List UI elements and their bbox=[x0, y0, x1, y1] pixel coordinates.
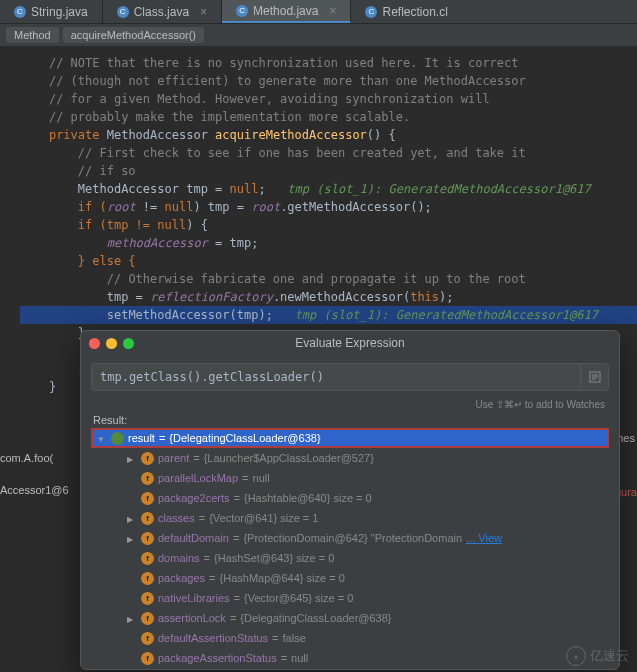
breadcrumb-class[interactable]: Method bbox=[6, 27, 59, 43]
field-name: package2certs bbox=[158, 492, 230, 504]
field-value: {ProtectionDomain@642} "ProtectionDomain bbox=[243, 532, 462, 544]
field-icon: f bbox=[141, 552, 154, 565]
tree-row[interactable]: fnativeLibraries = {Vector@645} size = 0 bbox=[91, 588, 609, 608]
expand-icon[interactable] bbox=[127, 512, 137, 524]
tab-string[interactable]: C String.java bbox=[0, 0, 103, 23]
tab-label: String.java bbox=[31, 5, 88, 19]
field-name: defaultAssertionStatus bbox=[158, 632, 268, 644]
expression-row bbox=[91, 363, 609, 391]
java-class-icon: C bbox=[14, 6, 26, 18]
tree-row[interactable]: fpackages = {HashMap@644} size = 0 bbox=[91, 568, 609, 588]
field-icon: f bbox=[141, 632, 154, 645]
var-value: {DelegatingClassLoader@638} bbox=[169, 432, 320, 444]
field-name: nativeLibraries bbox=[158, 592, 230, 604]
field-icon: f bbox=[141, 572, 154, 585]
field-value: {Vector@645} size = 0 bbox=[244, 592, 353, 604]
field-name: packageAssertionStatus bbox=[158, 652, 277, 664]
field-value: {Vector@641} size = 1 bbox=[209, 512, 318, 524]
breadcrumb: Method acquireMethodAccessor() bbox=[0, 24, 637, 46]
field-icon: f bbox=[141, 652, 154, 665]
field-icon: f bbox=[141, 492, 154, 505]
expand-icon[interactable] bbox=[97, 432, 107, 444]
accessor-text: Accessor1@6 bbox=[0, 484, 69, 496]
view-link[interactable]: ... View bbox=[466, 532, 502, 544]
tree-row[interactable]: fdefaultAssertionStatus = false bbox=[91, 628, 609, 648]
tab-label: Reflection.cl bbox=[382, 5, 447, 19]
evaluate-expression-dialog: Evaluate Expression Use ⇧⌘↵ to add to Wa… bbox=[80, 330, 620, 670]
close-icon[interactable]: × bbox=[329, 4, 336, 18]
breadcrumb-method[interactable]: acquireMethodAccessor() bbox=[63, 27, 204, 43]
field-value: null bbox=[253, 472, 270, 484]
java-class-icon: C bbox=[365, 6, 377, 18]
popup-title: Evaluate Expression bbox=[81, 336, 619, 350]
popup-titlebar[interactable]: Evaluate Expression bbox=[81, 331, 619, 355]
field-value: {Hashtable@640} size = 0 bbox=[244, 492, 372, 504]
history-button[interactable] bbox=[580, 364, 608, 390]
field-value: {Launcher$AppClassLoader@527} bbox=[204, 452, 374, 464]
field-name: classes bbox=[158, 512, 195, 524]
java-class-icon: C bbox=[117, 6, 129, 18]
expand-icon[interactable] bbox=[127, 532, 137, 544]
field-value: null bbox=[291, 652, 308, 664]
tab-label: Method.java bbox=[253, 4, 318, 18]
field-value: {HashSet@643} size = 0 bbox=[214, 552, 334, 564]
field-name: defaultDomain bbox=[158, 532, 229, 544]
field-value: false bbox=[283, 632, 306, 644]
field-icon: f bbox=[141, 612, 154, 625]
tree-row[interactable]: fclassAssertionStatus = null bbox=[91, 668, 609, 672]
tree-row[interactable]: fparent = {Launcher$AppClassLoader@527} bbox=[91, 448, 609, 468]
tree-row[interactable]: fdefaultDomain = {ProtectionDomain@642} … bbox=[91, 528, 609, 548]
field-icon: f bbox=[141, 472, 154, 485]
field-name: parallelLockMap bbox=[158, 472, 238, 484]
tree-row[interactable]: fdomains = {HashSet@643} size = 0 bbox=[91, 548, 609, 568]
field-name: domains bbox=[158, 552, 200, 564]
watermark-text: 亿速云 bbox=[590, 647, 629, 665]
field-icon: f bbox=[141, 532, 154, 545]
tree-row[interactable]: fassertionLock = {DelegatingClassLoader@… bbox=[91, 608, 609, 628]
close-icon[interactable]: × bbox=[200, 5, 207, 19]
var-name: result bbox=[128, 432, 155, 444]
result-label: Result: bbox=[81, 410, 619, 428]
field-value: {DelegatingClassLoader@638} bbox=[240, 612, 391, 624]
watermark-logo-icon: ✦ bbox=[566, 646, 586, 666]
field-name: assertionLock bbox=[158, 612, 226, 624]
tab-class[interactable]: C Class.java × bbox=[103, 0, 222, 23]
frame-text: com.A.foo( bbox=[0, 452, 53, 464]
tree-row[interactable]: fpackageAssertionStatus = null bbox=[91, 648, 609, 668]
tree-row[interactable]: fclasses = {Vector@641} size = 1 bbox=[91, 508, 609, 528]
tab-method[interactable]: C Method.java × bbox=[222, 0, 351, 23]
tree-row[interactable]: fparallelLockMap = null bbox=[91, 468, 609, 488]
java-class-icon: C bbox=[236, 5, 248, 17]
object-icon bbox=[111, 432, 124, 445]
expression-input[interactable] bbox=[92, 364, 580, 390]
field-icon: f bbox=[141, 592, 154, 605]
field-name: parent bbox=[158, 452, 189, 464]
shortcut-hint: Use ⇧⌘↵ to add to Watches bbox=[81, 399, 619, 410]
field-value: {HashMap@644} size = 0 bbox=[220, 572, 345, 584]
field-icon: f bbox=[141, 512, 154, 525]
result-root-row[interactable]: result = {DelegatingClassLoader@638} bbox=[91, 428, 609, 448]
expand-icon[interactable] bbox=[127, 452, 137, 464]
result-tree[interactable]: result = {DelegatingClassLoader@638} fpa… bbox=[91, 428, 609, 672]
watermark: ✦ 亿速云 bbox=[566, 646, 629, 666]
field-icon: f bbox=[141, 452, 154, 465]
expand-icon[interactable] bbox=[127, 612, 137, 624]
tab-label: Class.java bbox=[134, 5, 189, 19]
editor-tabs: C String.java C Class.java × C Method.ja… bbox=[0, 0, 637, 24]
field-name: packages bbox=[158, 572, 205, 584]
tab-reflection[interactable]: C Reflection.cl bbox=[351, 0, 637, 23]
history-icon bbox=[588, 370, 602, 384]
tree-row[interactable]: fpackage2certs = {Hashtable@640} size = … bbox=[91, 488, 609, 508]
